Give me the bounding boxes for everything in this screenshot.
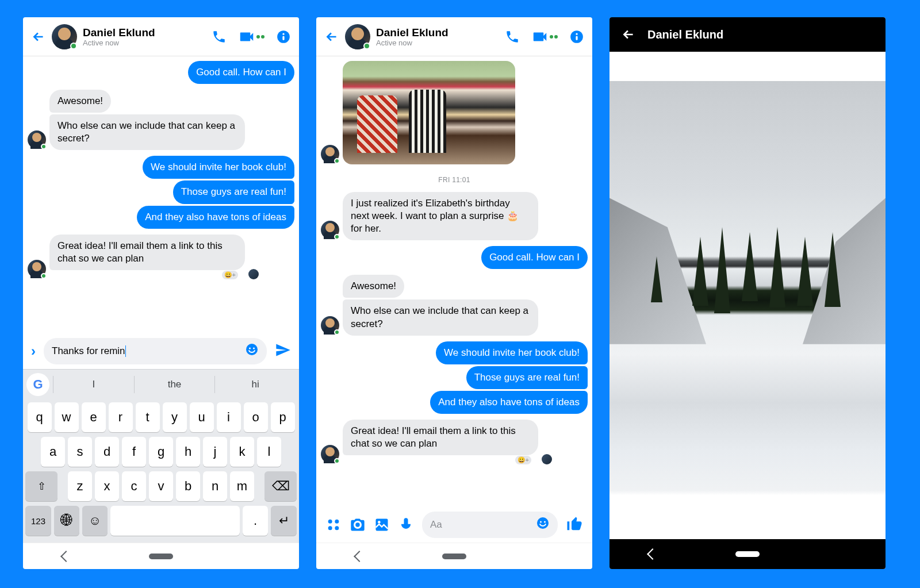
message-input[interactable]: Thanks for remin — [44, 338, 267, 364]
svg-rect-8 — [576, 36, 577, 40]
key-e[interactable]: e — [82, 402, 106, 432]
key-z[interactable]: z — [68, 471, 92, 501]
timestamp: FRI 11:01 — [321, 176, 588, 184]
suggestion-2[interactable]: the — [134, 376, 215, 393]
key-u[interactable]: u — [190, 402, 214, 432]
key-k[interactable]: k — [230, 437, 254, 467]
apps-icon[interactable] — [325, 517, 342, 533]
back-arrow-icon[interactable] — [621, 27, 636, 42]
svg-point-3 — [246, 344, 258, 355]
nav-back-icon[interactable] — [647, 548, 658, 560]
key-n[interactable]: n — [203, 471, 227, 501]
key-m[interactable]: m — [230, 471, 254, 501]
camera-icon[interactable] — [350, 517, 366, 533]
message-bubble[interactable]: Good call. How can I — [188, 61, 294, 84]
key-j[interactable]: j — [203, 437, 227, 467]
space-key[interactable] — [110, 506, 240, 536]
message-bubble[interactable]: Who else can we include that can keep a … — [343, 299, 538, 335]
nav-back-icon[interactable] — [60, 551, 72, 562]
key-x[interactable]: x — [95, 471, 119, 501]
google-icon[interactable]: G — [26, 373, 49, 396]
video-call-icon[interactable] — [238, 28, 264, 45]
backspace-key[interactable]: ⌫ — [264, 471, 297, 501]
message-bubble[interactable]: Awesome! — [343, 275, 404, 298]
symbols-key[interactable]: 123 — [25, 506, 51, 536]
key-r[interactable]: r — [109, 402, 133, 432]
message-bubble[interactable]: Those guys are real fun! — [173, 180, 294, 203]
key-v[interactable]: v — [149, 471, 173, 501]
globe-key[interactable]: 🌐︎ — [54, 506, 79, 536]
key-c[interactable]: c — [122, 471, 146, 501]
shift-key[interactable]: ⇧ — [25, 471, 57, 501]
reaction-chip[interactable]: 😀+ — [515, 456, 531, 464]
suggestion-1[interactable]: I — [53, 376, 134, 393]
back-arrow-icon[interactable] — [324, 29, 339, 44]
message-bubble[interactable]: We should invite her book club! — [436, 341, 588, 364]
emoji-icon[interactable] — [245, 343, 259, 360]
nav-home-icon[interactable] — [735, 551, 760, 557]
key-q[interactable]: q — [28, 402, 52, 432]
emoji-key[interactable]: ☺ — [82, 506, 108, 536]
phone-screen-3: Daniel Eklund — [610, 17, 885, 569]
call-icon[interactable] — [505, 29, 520, 44]
key-b[interactable]: b — [176, 471, 200, 501]
message-bubble[interactable]: And they also have tons of ideas — [137, 206, 294, 229]
composer: › Thanks for remin — [23, 333, 299, 369]
avatar[interactable] — [52, 24, 77, 49]
key-f[interactable]: f — [122, 437, 146, 467]
key-i[interactable]: i — [217, 402, 241, 432]
avatar — [321, 145, 339, 163]
key-p[interactable]: p — [271, 402, 295, 432]
message-bubble[interactable]: Great idea! I'll email them a link to th… — [343, 420, 538, 455]
expand-chevron-icon[interactable]: › — [31, 343, 36, 359]
nav-home-icon[interactable] — [149, 554, 173, 559]
message-bubble[interactable]: Awesome! — [49, 90, 111, 113]
message-group-out: We should invite her book club!Those guy… — [28, 156, 294, 228]
key-g[interactable]: g — [149, 437, 173, 467]
video-call-icon[interactable] — [531, 28, 558, 45]
message-bubble[interactable]: And they also have tons of ideas — [430, 391, 588, 414]
mic-icon[interactable] — [398, 517, 414, 533]
emoji-icon[interactable] — [536, 516, 550, 533]
gallery-icon[interactable] — [374, 517, 390, 533]
suggestion-3[interactable]: hi — [214, 376, 296, 393]
key-t[interactable]: t — [136, 402, 160, 432]
back-arrow-icon[interactable] — [31, 29, 46, 44]
message-bubble[interactable]: Good call. How can I — [481, 246, 588, 269]
key-y[interactable]: y — [163, 402, 187, 432]
info-icon[interactable] — [276, 29, 291, 44]
message-bubble[interactable]: We should invite her book club! — [143, 156, 294, 179]
info-icon[interactable] — [569, 29, 584, 44]
key-l[interactable]: l — [257, 437, 281, 467]
svg-point-9 — [328, 520, 332, 524]
contact-name: Daniel Eklund — [83, 26, 206, 39]
send-icon[interactable] — [275, 342, 291, 360]
message-input[interactable]: Aa — [422, 512, 558, 538]
key-o[interactable]: o — [244, 402, 268, 432]
key-w[interactable]: w — [55, 402, 79, 432]
period-key[interactable]: . — [243, 506, 268, 536]
like-icon[interactable] — [566, 515, 583, 535]
messages-list[interactable]: Good call. How can I Awesome!Who else ca… — [23, 56, 299, 333]
message-bubble[interactable]: Who else can we include that can keep a … — [49, 114, 245, 150]
key-h[interactable]: h — [176, 437, 200, 467]
contact-info[interactable]: Daniel Eklund Active now — [376, 26, 499, 47]
message-bubble[interactable]: Great idea! I'll email them a link to th… — [49, 235, 245, 270]
photo-message[interactable] — [343, 61, 515, 164]
reaction-chip[interactable]: 😀+ — [222, 271, 238, 279]
nav-back-icon[interactable] — [354, 551, 365, 562]
avatar[interactable] — [345, 24, 370, 49]
avatar — [28, 260, 46, 278]
call-icon[interactable] — [212, 29, 227, 44]
key-d[interactable]: d — [95, 437, 119, 467]
key-a[interactable]: a — [41, 437, 65, 467]
fullscreen-photo[interactable] — [610, 52, 885, 539]
nav-home-icon[interactable] — [442, 554, 466, 559]
chat-header: Daniel Eklund Active now — [23, 17, 299, 56]
enter-key[interactable]: ↵ — [271, 506, 297, 536]
key-s[interactable]: s — [68, 437, 92, 467]
contact-info[interactable]: Daniel Eklund Active now — [83, 26, 206, 47]
messages-list[interactable]: FRI 11:01 I just realized it's Elizabeth… — [316, 56, 592, 508]
message-bubble[interactable]: I just realized it's Elizabeth's birthda… — [343, 192, 538, 240]
message-bubble[interactable]: Those guys are real fun! — [466, 366, 588, 389]
